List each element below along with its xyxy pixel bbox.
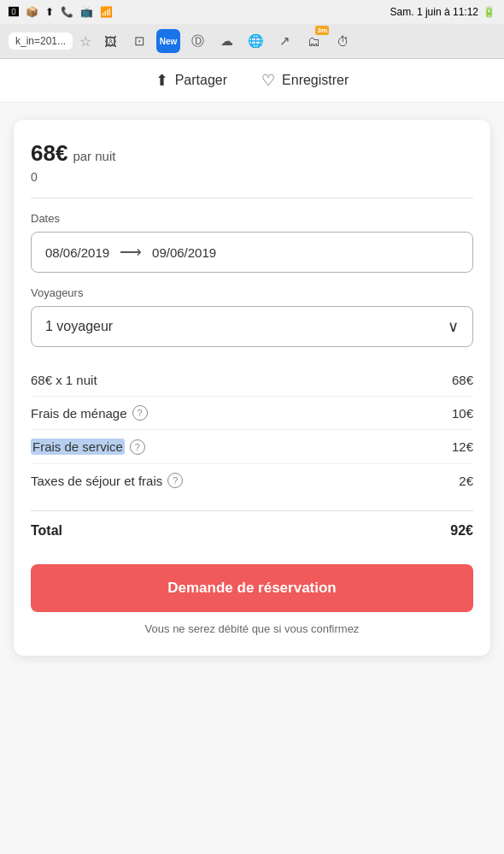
new-extension-icon[interactable]: New [156, 29, 180, 53]
cost-row-service: Frais de service ? 12€ [31, 430, 473, 464]
total-row: Total 92€ [31, 510, 473, 551]
cost-label-nights: 68€ x 1 nuit [31, 373, 97, 387]
picture-in-picture-icon[interactable]: 🖼 [98, 29, 122, 53]
cost-row-nights: 68€ x 1 nuit 68€ [31, 364, 473, 397]
share-label: Partager [175, 73, 227, 88]
dashlane-icon[interactable]: Ⓓ [185, 29, 209, 53]
cost-row-menage: Frais de ménage ? 10€ [31, 397, 473, 430]
dropbox-icon: 📦 [26, 6, 38, 18]
cost-label-service: Frais de service ? [31, 439, 145, 455]
date-from: 08/06/2019 [45, 245, 109, 260]
voyageurs-label: Voyageurs [31, 286, 473, 299]
redirect-icon[interactable]: ↗ [273, 29, 296, 53]
cost-text-nights: 68€ x 1 nuit [31, 373, 97, 387]
chevron-down-icon: ∨ [448, 317, 459, 336]
heart-icon: ♡ [261, 71, 275, 90]
cost-label-menage: Frais de ménage ? [31, 405, 148, 421]
action-bar: ⬆ Partager ♡ Enregistrer [0, 59, 504, 103]
cost-text-service: Frais de service [31, 439, 125, 455]
status-icons-left: 🅾 📦 ⬆ 📞 📺 📶 [9, 6, 113, 18]
airplay-icon: 📺 [80, 6, 93, 18]
reserve-button[interactable]: Demande de réservation [31, 564, 473, 612]
cost-label-taxes: Taxes de séjour et frais ? [31, 473, 183, 488]
date-to: 09/06/2019 [152, 245, 216, 260]
dates-label: Dates [31, 212, 473, 225]
timer-badge: 3m [315, 26, 329, 35]
crop-icon[interactable]: ⊡ [127, 29, 151, 53]
reviews-count: 0 [31, 170, 473, 184]
battery-icon: 🔋 [483, 6, 495, 18]
cost-amount-menage: 10€ [452, 406, 473, 421]
opera-icon[interactable]: 🌐 [243, 29, 267, 53]
cost-amount-service: 12€ [452, 439, 473, 454]
cost-amount-nights: 68€ [452, 373, 473, 387]
share-button[interactable]: ⬆ Partager [155, 71, 227, 90]
price-unit: par nuit [73, 149, 115, 163]
arrow-icon: ⟶ [120, 243, 142, 262]
cost-amount-taxes: 2€ [459, 474, 473, 488]
new-badge-label: New [160, 37, 178, 46]
save-button[interactable]: ♡ Enregistrer [261, 71, 349, 90]
timer-icon[interactable]: 🗂 3m [302, 29, 325, 53]
help-menage-icon[interactable]: ? [132, 405, 148, 421]
dates-box[interactable]: 08/06/2019 ⟶ 09/06/2019 [31, 232, 473, 273]
total-amount: 92€ [450, 523, 473, 539]
help-taxes-icon[interactable]: ? [167, 473, 183, 488]
price-row: 68€ par nuit [31, 140, 473, 167]
cost-text-taxes: Taxes de séjour et frais [31, 474, 162, 488]
cost-text-menage: Frais de ménage [31, 406, 127, 421]
voyageurs-selector[interactable]: 1 voyageur ∨ [31, 306, 473, 347]
phone-icon: 📞 [61, 6, 73, 18]
disclaimer-text: Vous ne serez débité que si vous confirm… [31, 622, 473, 635]
wifi-icon: 📶 [100, 6, 113, 18]
status-date-time: Sam. 1 juin à 11:12 [390, 6, 478, 18]
upload-icon: ⬆ [45, 6, 54, 18]
browser-toolbar-icons: 🖼 ⊡ New Ⓓ ☁ 🌐 ↗ 🗂 3m ⏱ [98, 29, 355, 53]
help-service-icon[interactable]: ? [130, 439, 145, 455]
address-bar[interactable]: k_in=201... [9, 32, 73, 50]
cost-row-taxes: Taxes de séjour et frais ? 2€ [31, 464, 473, 497]
save-label: Enregistrer [282, 73, 349, 88]
creative-cloud-icon: 🅾 [9, 6, 19, 18]
cost-rows: 68€ x 1 nuit 68€ Frais de ménage ? 10€ F… [31, 364, 473, 497]
cloud-icon[interactable]: ☁ [214, 29, 238, 53]
main-content: 68€ par nuit 0 Dates 08/06/2019 ⟶ 09/06/… [0, 103, 504, 673]
price-amount: 68€ [31, 140, 67, 167]
divider-1 [31, 197, 473, 198]
status-info-right: Sam. 1 juin à 11:12 🔋 [390, 6, 495, 18]
bookmark-icon[interactable]: ☆ [79, 33, 91, 50]
booking-card: 68€ par nuit 0 Dates 08/06/2019 ⟶ 09/06/… [14, 120, 490, 656]
voyageurs-value: 1 voyageur [45, 319, 113, 334]
voyageurs-section: Voyageurs 1 voyageur ∨ [31, 286, 473, 347]
total-label: Total [31, 523, 62, 539]
browser-toolbar: k_in=201... ☆ 🖼 ⊡ New Ⓓ ☁ 🌐 ↗ 🗂 3m ⏱ [0, 24, 504, 59]
status-bar: 🅾 📦 ⬆ 📞 📺 📶 Sam. 1 juin à 11:12 🔋 [0, 0, 504, 24]
share-icon: ⬆ [155, 71, 168, 90]
clock-icon[interactable]: ⏱ [331, 29, 355, 53]
